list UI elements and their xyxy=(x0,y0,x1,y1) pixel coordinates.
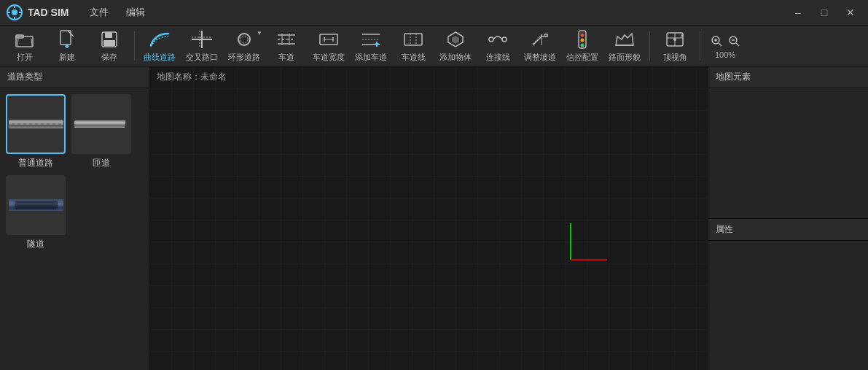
svg-point-42 xyxy=(489,37,493,42)
signal-config-button[interactable]: 信控配置 xyxy=(562,28,603,64)
separator-3 xyxy=(700,31,700,61)
properties-header: 属性 xyxy=(708,218,868,241)
road-item-tunnel[interactable]: 隧道 xyxy=(6,175,66,250)
map-elements-header: 地图元素 xyxy=(708,66,868,88)
svg-rect-12 xyxy=(105,32,112,38)
ring-road-icon xyxy=(234,29,254,50)
grid-canvas xyxy=(149,66,708,370)
svg-rect-64 xyxy=(74,120,125,128)
new-button[interactable]: 新建 xyxy=(47,28,87,64)
toolbar: 打开 新建 保存 xyxy=(0,26,868,66)
add-lane-button[interactable]: 添加车道 xyxy=(351,28,391,64)
app-title: TAD SIM xyxy=(28,7,69,18)
profile-icon xyxy=(614,29,635,50)
top-view-icon xyxy=(665,29,685,50)
open-button[interactable]: 打开 xyxy=(4,28,45,64)
slope-icon xyxy=(530,29,550,50)
ring-road-dropdown-arrow: ▼ xyxy=(257,30,262,36)
road-thumb-normal xyxy=(6,94,66,154)
svg-point-47 xyxy=(581,38,584,42)
svg-point-18 xyxy=(238,34,250,45)
intersection-icon xyxy=(192,29,212,50)
main-area: 道路类型 xyxy=(0,66,868,370)
zoom-in-button[interactable] xyxy=(708,33,724,49)
svg-rect-37 xyxy=(404,34,422,45)
road-label-tunnel: 隧道 xyxy=(27,238,44,250)
top-view-button[interactable]: 顶视角 xyxy=(654,28,695,64)
lane-line-button[interactable]: 车道线 xyxy=(393,28,434,64)
svg-point-43 xyxy=(502,37,507,42)
app-logo-icon xyxy=(6,4,23,21)
svg-line-60 xyxy=(736,43,739,46)
save-button[interactable]: 保存 xyxy=(89,28,130,64)
connect-line-button[interactable]: 连接线 xyxy=(477,28,518,64)
connect-line-icon xyxy=(488,29,508,50)
intersection-button[interactable]: 交叉路口 xyxy=(181,28,222,64)
svg-point-53 xyxy=(673,38,676,41)
svg-rect-66 xyxy=(15,201,58,209)
lane-button[interactable]: 车道 xyxy=(266,28,307,64)
menu-file[interactable]: 文件 xyxy=(87,4,112,20)
title-bar: TAD SIM 文件 编辑 – □ ✕ xyxy=(0,0,868,26)
window-controls: – □ ✕ xyxy=(786,4,862,21)
svg-point-48 xyxy=(581,43,584,47)
map-elements-content xyxy=(708,88,868,218)
lane-width-icon xyxy=(318,29,339,50)
road-profile-button[interactable]: 路面形貌 xyxy=(604,28,645,64)
add-object-icon xyxy=(445,29,466,50)
svg-line-56 xyxy=(719,43,722,46)
zoom-group: 100% xyxy=(705,33,746,59)
separator-1 xyxy=(134,31,135,61)
road-thumb-tunnel xyxy=(6,175,66,235)
road-items-list: 普通道路 xyxy=(0,88,149,256)
minimize-button[interactable]: – xyxy=(786,4,810,21)
ring-road-button[interactable]: 环形道路 ▼ xyxy=(224,28,265,64)
signal-icon xyxy=(572,29,593,50)
road-label-ramp: 匝道 xyxy=(93,157,110,169)
svg-rect-67 xyxy=(149,66,708,370)
menu-bar: 文件 编辑 xyxy=(87,4,148,20)
svg-point-46 xyxy=(581,33,584,36)
file-new-icon xyxy=(57,29,77,50)
folder-open-icon xyxy=(15,29,35,50)
road-label-normal: 普通道路 xyxy=(18,157,53,169)
lane-width-button[interactable]: 车道宽度 xyxy=(308,28,349,64)
curve-road-icon xyxy=(149,29,170,50)
maximize-button[interactable]: □ xyxy=(813,4,836,21)
lane-icon xyxy=(276,29,297,50)
zoom-percent-label: 100% xyxy=(715,50,735,59)
svg-rect-13 xyxy=(103,40,115,46)
zoom-out-button[interactable] xyxy=(726,33,742,49)
add-lane-icon xyxy=(361,29,381,50)
menu-edit[interactable]: 编辑 xyxy=(123,4,148,20)
road-item-ramp[interactable]: 匝道 xyxy=(71,94,131,169)
road-item-normal[interactable]: 普通道路 xyxy=(6,94,66,169)
adjust-slope-button[interactable]: 调整坡道 xyxy=(520,28,560,64)
curve-road-button[interactable]: 曲线道路 xyxy=(139,28,180,64)
road-type-header: 道路类型 xyxy=(0,66,149,88)
road-thumb-ramp xyxy=(71,94,131,154)
left-panel: 道路类型 xyxy=(0,66,149,370)
save-icon xyxy=(99,29,120,50)
add-object-button[interactable]: 添加物体 xyxy=(435,28,476,64)
properties-content xyxy=(708,241,868,371)
lane-line-icon xyxy=(403,29,423,50)
separator-2 xyxy=(649,31,650,61)
svg-marker-41 xyxy=(452,36,459,44)
close-button[interactable]: ✕ xyxy=(839,4,862,21)
right-panel: 地图元素 属性 xyxy=(708,66,868,370)
svg-point-19 xyxy=(241,36,248,43)
canvas-area[interactable]: 地图名称：未命名 xyxy=(149,66,708,370)
svg-point-1 xyxy=(12,9,17,15)
